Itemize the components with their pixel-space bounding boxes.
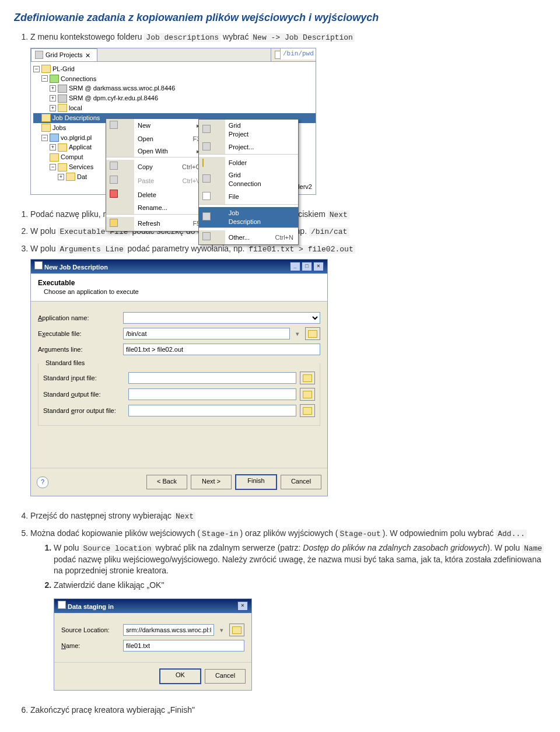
other-icon (202, 232, 211, 240)
stdin-input[interactable] (128, 372, 296, 384)
s3a: W polu (30, 226, 58, 236)
executable-file-input[interactable] (123, 328, 290, 339)
close-icon[interactable]: ✕ (85, 51, 92, 58)
expand-icon[interactable]: + (50, 95, 56, 101)
tree-jobs[interactable]: Jobs (52, 124, 66, 132)
grid-projects-icon (35, 51, 43, 59)
submenu-other[interactable]: Other...Ctrl+N (199, 230, 298, 244)
srm-icon (58, 94, 67, 103)
folder-icon (303, 374, 312, 382)
menu-open[interactable]: OpenF3 (106, 133, 205, 145)
help-button[interactable]: ? (37, 477, 48, 488)
folder-icon (202, 159, 204, 167)
tree-local[interactable]: local (69, 104, 82, 113)
banner-title: Executable (38, 278, 320, 288)
expand-icon[interactable]: − (41, 75, 48, 82)
screenshot-wizard: New Job Description _□× Executable Choos… (30, 259, 328, 496)
refresh-icon (110, 219, 118, 227)
maximize-button[interactable]: □ (302, 262, 312, 271)
ok-button[interactable]: OK (159, 668, 201, 684)
expand-icon[interactable]: + (50, 85, 56, 92)
menu-rename[interactable]: Rename... (106, 202, 205, 214)
source-location-input[interactable] (123, 624, 214, 636)
tree-srm2[interactable]: SRM @ dpm.cyf-kr.edu.pl.8446 (69, 94, 158, 103)
step2-text-a: Podać nazwę pliku, np. (30, 209, 117, 219)
expand-icon[interactable]: − (50, 164, 56, 170)
expand-icon[interactable]: + (58, 174, 64, 180)
stderr-input[interactable] (128, 405, 296, 416)
s4b: Arguments Line (58, 245, 125, 254)
tree-srm1[interactable]: SRM @ darkmass.wcss.wroc.pl.8446 (69, 84, 175, 93)
submenu-new[interactable]: Grid Project Project... Folder Grid Conn… (198, 119, 299, 245)
tree-dat[interactable]: Dat (77, 173, 87, 181)
tree-job-descriptions[interactable]: Job Descriptions (52, 114, 100, 122)
folder-icon (66, 173, 75, 181)
menu-paste[interactable]: PasteCtrl+V (106, 174, 205, 188)
close-button[interactable]: × (313, 262, 324, 271)
browse-stdout-button[interactable] (300, 388, 315, 401)
tree-comput[interactable]: Comput (61, 153, 83, 162)
next-button[interactable]: Next > (191, 475, 232, 489)
context-menu[interactable]: New▸ OpenF3 Open With▸ CopyCtrl+C PasteC… (106, 118, 205, 232)
lbl-name: Name: (61, 642, 120, 650)
window-title: New Job Description (44, 264, 108, 271)
window-titlebar: New Job Description _□× (31, 260, 327, 274)
submenu-project[interactable]: Project... (199, 141, 298, 155)
back-button[interactable]: < Back (146, 475, 187, 489)
submenu-job-description[interactable]: Job Description (199, 207, 298, 228)
tree-service[interactable]: Services (69, 163, 93, 171)
cancel-button[interactable]: Cancel (281, 475, 321, 489)
menu-refresh[interactable]: RefreshF5 (106, 217, 205, 231)
ss1a: W polu (54, 543, 81, 552)
expand-icon[interactable]: − (33, 66, 40, 72)
screenshot-context-menu: Grid Projects✕ skrypt.txt −PL-Grid −Conn… (30, 48, 316, 195)
step-1: Z menu kontekstowego folderu Job descrip… (30, 31, 546, 202)
expand-icon[interactable]: + (50, 144, 56, 150)
folder-icon (41, 114, 51, 122)
expand-icon[interactable]: − (41, 135, 48, 141)
close-button[interactable]: × (237, 601, 248, 611)
ss1d: Dostęp do plików na zdalnych zasobach gr… (303, 543, 487, 552)
submenu-grid-connection[interactable]: Grid Connection (199, 169, 298, 190)
step-4: W polu Arguments Line podać parametry wy… (30, 243, 546, 505)
browse-stderr-button[interactable] (300, 404, 315, 417)
tab-grid-projects[interactable]: Grid Projects✕ (31, 48, 97, 61)
menu-new[interactable]: New▸ (106, 119, 205, 133)
cancel-button[interactable]: Cancel (205, 669, 246, 684)
submenu-folder[interactable]: Folder (199, 157, 298, 169)
application-name-select[interactable] (123, 312, 320, 324)
submenu-file[interactable]: File (199, 190, 298, 204)
tree-connections[interactable]: Connections (61, 75, 96, 83)
s6c: ) oraz plików wyjściowych ( (240, 528, 338, 538)
banner-subtitle: Choose an application to execute (38, 288, 320, 296)
name-input[interactable] (123, 640, 244, 652)
folder-icon (41, 65, 51, 73)
folder-icon (232, 626, 242, 634)
folder-icon (303, 407, 312, 415)
menu-copy[interactable]: CopyCtrl+C (106, 160, 205, 174)
tree-applic[interactable]: Applicat (69, 143, 92, 152)
step1-text-a: Z menu kontekstowego folderu (30, 32, 144, 41)
lbl-source-location: Source Location: (61, 626, 120, 635)
browse-stdin-button[interactable] (300, 372, 315, 384)
finish-button[interactable]: Finish (235, 474, 277, 490)
ss1g: podać nazwę pliku wejściowego/wyjścioweg… (54, 555, 541, 575)
browse-executable-button[interactable] (305, 327, 320, 340)
browse-source-button[interactable] (229, 624, 244, 636)
folder-icon (58, 104, 67, 112)
stdout-input[interactable] (128, 388, 296, 400)
s5b: Next (174, 512, 195, 521)
expand-icon[interactable]: + (50, 105, 56, 111)
window-title: Data staging in (68, 603, 114, 610)
editor-pane: /bin/pwd (280, 48, 316, 59)
s4d: file01.txt > file02.out (247, 245, 355, 254)
tree-vo[interactable]: vo.plgrid.pl (61, 134, 92, 142)
menu-delete[interactable]: Delete (106, 188, 205, 202)
submenu-grid-project[interactable]: Grid Project (199, 120, 298, 141)
menu-open-with[interactable]: Open With▸ (106, 145, 205, 157)
step1-code-a: Job descriptions (144, 33, 220, 42)
arguments-line-input[interactable] (123, 344, 320, 355)
minimize-button[interactable]: _ (290, 262, 300, 271)
tree-root[interactable]: PL-Grid (52, 65, 75, 73)
folder-icon (41, 124, 51, 132)
